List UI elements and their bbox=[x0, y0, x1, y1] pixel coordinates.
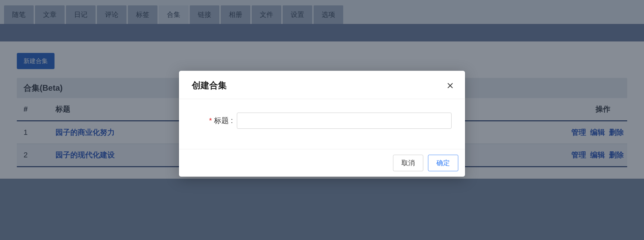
field-label-text: 标题 : bbox=[214, 116, 233, 125]
create-collection-modal: 创建合集 *标题 : 取消 确定 bbox=[179, 71, 465, 177]
modal-overlay[interactable]: 创建合集 *标题 : 取消 确定 bbox=[0, 0, 644, 240]
close-icon[interactable] bbox=[446, 82, 454, 90]
modal-footer: 取消 确定 bbox=[179, 149, 465, 177]
modal-title: 创建合集 bbox=[192, 80, 227, 91]
title-field-label: *标题 : bbox=[192, 116, 233, 126]
confirm-button[interactable]: 确定 bbox=[428, 155, 458, 171]
cancel-button[interactable]: 取消 bbox=[393, 155, 423, 171]
modal-header: 创建合集 bbox=[179, 71, 465, 99]
required-star: * bbox=[209, 116, 212, 125]
modal-body: *标题 : bbox=[179, 99, 465, 149]
title-input[interactable] bbox=[237, 113, 452, 129]
